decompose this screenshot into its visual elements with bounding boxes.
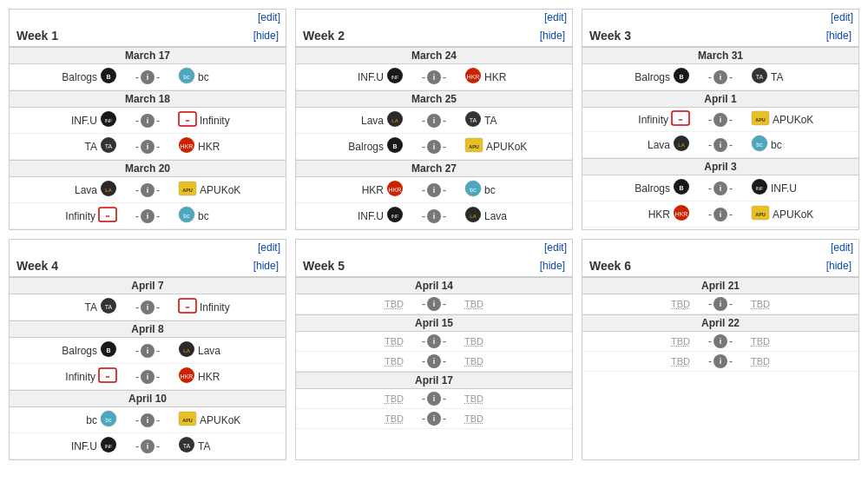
logo-ta: TA xyxy=(178,436,195,456)
match-separator: -i- xyxy=(404,114,464,128)
match-row: TBD-i-TBD xyxy=(296,409,572,429)
match-row: BalrogsB-i-APUAPUKoK xyxy=(296,134,572,160)
logo-bc: bc xyxy=(178,206,195,226)
match-separator: -i- xyxy=(117,140,178,154)
svg-text:TA: TA xyxy=(105,304,113,310)
week-3-hide-link[interactable]: [hide] xyxy=(826,30,852,42)
team-name-right: TA xyxy=(771,71,783,83)
logo-hkr: HKR xyxy=(673,204,690,224)
logo-balrogs: B xyxy=(673,67,690,87)
team-left: INF.UINF xyxy=(317,206,404,226)
match-separator: -i- xyxy=(117,413,178,427)
team-name-right: INF.U xyxy=(771,182,797,195)
team-name-left: Infinity xyxy=(638,114,668,126)
team-left: TATA xyxy=(30,297,117,317)
team-right: APUAPUKoK xyxy=(751,110,838,129)
team-name-right: APUKoK xyxy=(773,114,813,126)
match-row: INF.UINF-i-∞Infinity xyxy=(10,108,286,134)
svg-text:B: B xyxy=(679,74,683,80)
match-row: LavaLA-i-APUAPUKoK xyxy=(10,177,286,203)
logo-balrogs: B xyxy=(100,67,117,87)
week-3-title: Week 3 xyxy=(589,29,631,43)
logo-ta: TA xyxy=(100,136,117,156)
team-right: ∞Infinity xyxy=(178,298,265,316)
svg-text:APU: APU xyxy=(469,144,479,149)
team-left: TBD xyxy=(317,393,404,404)
week-5-hide-link[interactable]: [hide] xyxy=(540,260,565,272)
team-right: TBD xyxy=(464,336,551,347)
team-name-left: Balrogs xyxy=(62,345,97,357)
svg-text:HKR: HKR xyxy=(389,187,402,193)
svg-text:∞: ∞ xyxy=(106,213,110,219)
match-separator: -i- xyxy=(117,209,178,223)
team-name-left: Infinity xyxy=(65,371,95,383)
team-name-right: Lava xyxy=(484,210,507,222)
team-name-right: Infinity xyxy=(200,301,230,314)
team-name-right: TBD xyxy=(464,393,483,404)
match-row: BalrogsB-i-TATA xyxy=(582,64,858,90)
logo-ta: TA xyxy=(751,67,768,87)
match-separator: -i- xyxy=(404,412,464,426)
week-block-6: [edit]Week 6[hide]April 21TBD-i-TBDApril… xyxy=(582,239,859,460)
match-row: TBD-i-TBD xyxy=(582,332,858,352)
info-icon: i xyxy=(427,412,441,426)
team-name-right: Lava xyxy=(198,345,220,357)
week-5-edit-link[interactable]: [edit] xyxy=(544,241,567,254)
team-right: TBD xyxy=(464,299,551,309)
week-1-title: Week 1 xyxy=(16,29,58,43)
team-name-left: TBD xyxy=(385,393,404,404)
week-4-hide-link[interactable]: [hide] xyxy=(253,260,279,272)
team-name-left: TA xyxy=(85,301,97,314)
week-3-edit-link[interactable]: [edit] xyxy=(831,11,853,23)
svg-text:INF: INF xyxy=(391,75,400,80)
logo-hkr: HKR xyxy=(178,136,195,156)
logo-apukok: APU xyxy=(751,110,770,129)
week-1-edit-link[interactable]: [edit] xyxy=(258,11,280,23)
team-left: Infinity∞ xyxy=(603,110,690,129)
team-name-right: bc xyxy=(198,71,209,83)
match-separator: -i- xyxy=(404,140,464,154)
week-1-hide-link[interactable]: [hide] xyxy=(253,30,279,42)
team-name-right: HKR xyxy=(484,71,506,83)
match-separator: -i- xyxy=(117,183,178,197)
team-name-right: HKR xyxy=(198,141,220,153)
team-left: INF.UINF xyxy=(30,436,117,456)
week-6-edit-link[interactable]: [edit] xyxy=(831,241,853,254)
week-5-title: Week 5 xyxy=(303,259,345,273)
info-icon: i xyxy=(141,70,155,84)
svg-text:APU: APU xyxy=(182,188,193,193)
logo-apukok: APU xyxy=(464,137,483,155)
team-right: TBD xyxy=(464,413,551,424)
team-right: LALava xyxy=(178,340,265,360)
info-icon: i xyxy=(141,370,155,384)
team-left: TBD xyxy=(603,299,690,309)
logo-infu: INF xyxy=(386,67,404,87)
logo-infinity: ∞ xyxy=(98,367,117,386)
week-block-2: [edit]Week 2[hide]March 24INF.UINF-i-HKR… xyxy=(295,9,573,230)
team-left: TBD xyxy=(317,299,404,309)
week-6-date-0: April 21 xyxy=(582,277,858,294)
svg-text:B: B xyxy=(679,185,683,191)
match-separator: -i- xyxy=(404,70,464,84)
week-2-hide-link[interactable]: [hide] xyxy=(540,30,565,42)
info-icon: i xyxy=(427,392,441,406)
match-separator: -i- xyxy=(690,182,751,195)
team-name-left: Balrogs xyxy=(635,182,670,195)
week-4-edit-link[interactable]: [edit] xyxy=(258,241,280,254)
svg-text:TA: TA xyxy=(183,443,191,449)
week-2-edit-link[interactable]: [edit] xyxy=(544,11,567,23)
svg-text:HKR: HKR xyxy=(675,211,688,217)
week-5-date-2: April 17 xyxy=(296,372,572,389)
match-row: TBD-i-TBD xyxy=(582,352,858,372)
info-icon: i xyxy=(427,354,441,368)
match-row: bcbc-i-APUAPUKoK xyxy=(10,407,286,433)
team-name-left: TBD xyxy=(671,356,690,367)
svg-text:INF: INF xyxy=(756,186,765,191)
team-name-right: TBD xyxy=(464,356,483,367)
team-name-right: TBD xyxy=(464,336,483,347)
match-row: HKRHKR-i-bcbc xyxy=(296,177,572,203)
logo-hkr: HKR xyxy=(386,180,404,200)
week-6-hide-link[interactable]: [hide] xyxy=(826,260,852,272)
team-right: APUAPUKoK xyxy=(178,181,265,199)
team-right: HKRHKR xyxy=(178,136,265,156)
